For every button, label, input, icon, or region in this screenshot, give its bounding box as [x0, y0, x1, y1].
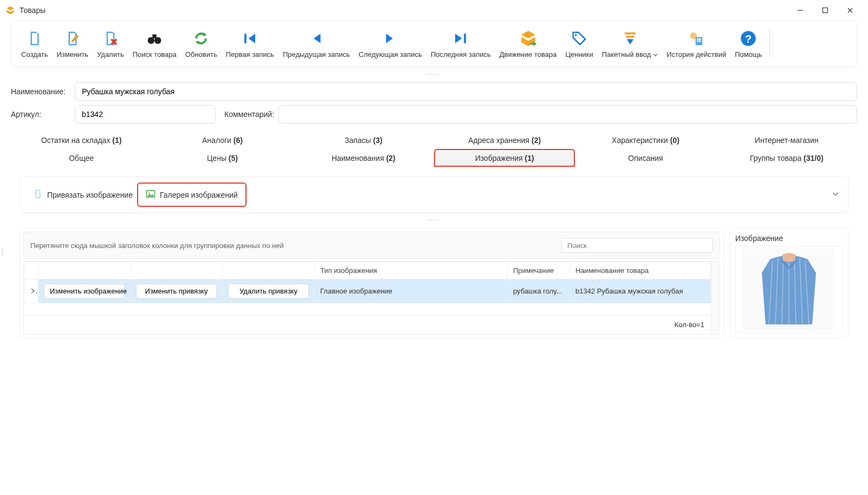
- edit-image-button[interactable]: Изменить изображение: [44, 284, 125, 298]
- splitter-handle[interactable]: .....: [11, 67, 857, 78]
- image-preview-panel: ⋮ Изображение: [729, 228, 848, 338]
- document-edit-icon: [63, 29, 82, 48]
- images-sub-toolbar: Привязать изображение Галерея изображени…: [20, 177, 848, 213]
- col-note[interactable]: Примечание: [508, 262, 570, 279]
- name-label: Наименование:: [11, 87, 70, 96]
- tab-цены[interactable]: Цены (5): [152, 149, 293, 167]
- pricetags-button[interactable]: Ценники: [562, 27, 596, 61]
- history-icon: [686, 29, 706, 48]
- attach-image-button[interactable]: Привязать изображение: [27, 185, 139, 205]
- search-button[interactable]: Поиск товара: [129, 27, 180, 61]
- tool-label: Помощь: [735, 50, 762, 59]
- document-new-icon: [25, 29, 44, 48]
- svg-rect-13: [626, 36, 634, 38]
- image-panel-title: Изображение: [735, 234, 843, 243]
- edit-button[interactable]: Изменить: [53, 27, 92, 61]
- sub-btn-label: Привязать изображение: [47, 191, 133, 199]
- next-icon: [380, 29, 400, 48]
- tab-общее[interactable]: Общее: [11, 149, 152, 167]
- batch-icon: [620, 29, 640, 48]
- name-row: Наименование:: [11, 82, 857, 101]
- tab-наименования[interactable]: Наименования (2): [293, 149, 434, 167]
- first-record-button[interactable]: Первая запись: [223, 27, 277, 61]
- image-gallery-button[interactable]: Галерея изображений: [139, 185, 244, 205]
- article-input[interactable]: [75, 105, 216, 123]
- main-toolbar: Создать Изменить Удалить Поиск товара Об…: [11, 21, 857, 67]
- cell-type: Главное изображение: [315, 279, 508, 303]
- batch-input-button[interactable]: Пакетный ввод: [599, 27, 661, 61]
- prev-icon: [307, 29, 326, 48]
- tab-row-1: Остатки на складах (1)Аналоги (6)Запасы …: [11, 131, 857, 149]
- tool-label: Обновить: [185, 50, 217, 59]
- delete-button[interactable]: Удалить: [94, 27, 127, 61]
- refresh-button[interactable]: Обновить: [182, 27, 221, 61]
- minimize-button[interactable]: [788, 2, 813, 18]
- svg-point-11: [575, 34, 577, 36]
- svg-rect-9: [244, 34, 247, 43]
- window-title: Товары: [20, 6, 788, 15]
- row-expand-icon[interactable]: [24, 279, 38, 303]
- grid-search-input[interactable]: [561, 238, 713, 253]
- tool-label: Последняя запись: [431, 50, 491, 59]
- col-product-name[interactable]: Наименование товара: [570, 262, 711, 279]
- table-header-row: Тип изображения Примечание Наименование …: [24, 262, 711, 279]
- movement-button[interactable]: Движение товара: [496, 27, 560, 61]
- tool-label: Первая запись: [226, 50, 274, 59]
- sub-btn-label: Галерея изображений: [160, 191, 238, 199]
- comment-label: Комментарий:: [224, 110, 274, 119]
- tool-label: Ценники: [565, 50, 593, 59]
- tool-label: Изменить: [56, 50, 88, 59]
- tab-row-2: ОбщееЦены (5)Наименования (2)Изображения…: [11, 149, 857, 167]
- document-delete-icon: [101, 29, 120, 48]
- document-icon: [33, 189, 43, 200]
- tab-остатки-на-складах[interactable]: Остатки на складах (1): [11, 131, 152, 149]
- svg-rect-8: [153, 35, 157, 39]
- group-by-row: Перетяните сюда мышкой заголовок колонки…: [23, 232, 720, 259]
- tab-группы-товара[interactable]: Группы товара (31/0): [716, 149, 857, 167]
- prev-record-button[interactable]: Предыдущая запись: [280, 27, 353, 61]
- tab-интернет-магазин[interactable]: Интернет-магазин: [716, 131, 857, 149]
- help-button[interactable]: ? Помощь: [731, 27, 765, 61]
- maximize-button[interactable]: [813, 2, 838, 18]
- splitter-handle-vertical[interactable]: ⋮: [0, 248, 5, 255]
- tab-описания[interactable]: Описания: [575, 149, 716, 167]
- svg-rect-17: [697, 41, 701, 42]
- images-table: Тип изображения Примечание Наименование …: [23, 261, 720, 335]
- splitter-handle[interactable]: .....: [11, 213, 857, 224]
- close-button[interactable]: [838, 2, 863, 18]
- tab-адреса-хранения[interactable]: Адреса хранения (2): [434, 131, 575, 149]
- table-row[interactable]: Изменить изображениеИзменить привязкуУда…: [24, 279, 711, 303]
- vertical-scrollbar[interactable]: [711, 262, 720, 334]
- next-record-button[interactable]: Следующая запись: [355, 27, 425, 61]
- tool-label: Поиск товара: [133, 50, 177, 59]
- tab-запасы[interactable]: Запасы (3): [293, 131, 434, 149]
- create-button[interactable]: Создать: [18, 27, 51, 61]
- tool-label: Предыдущая запись: [283, 50, 350, 59]
- tool-label: Пакетный ввод: [602, 50, 658, 59]
- cell-product-name: b1342 Рубашка мужская голубая: [570, 279, 711, 303]
- delete-binding-button[interactable]: Удалить привязку: [228, 284, 309, 298]
- svg-text:?: ?: [745, 33, 752, 45]
- comment-input[interactable]: [278, 105, 857, 123]
- grid-footer: Кол-во=1: [24, 315, 711, 334]
- tab-характеристики[interactable]: Характеристики (0): [575, 131, 716, 149]
- group-hint-text: Перетяните сюда мышкой заголовок колонки…: [30, 242, 561, 250]
- article-label: Артикул:: [11, 110, 70, 119]
- edit-binding-button[interactable]: Изменить привязку: [136, 284, 217, 298]
- col-type[interactable]: Тип изображения: [315, 262, 508, 279]
- cell-note: рубашка голу...: [508, 279, 570, 303]
- svg-rect-10: [464, 34, 467, 43]
- expand-chevron-icon[interactable]: [832, 190, 839, 199]
- history-button[interactable]: История действий: [663, 27, 729, 61]
- app-icon: [5, 5, 15, 15]
- name-input[interactable]: [75, 82, 857, 101]
- svg-rect-16: [697, 38, 701, 40]
- last-icon: [451, 29, 470, 48]
- last-record-button[interactable]: Последняя запись: [427, 27, 494, 61]
- image-preview[interactable]: [735, 246, 843, 333]
- tab-изображения[interactable]: Изображения (1): [434, 149, 575, 167]
- help-icon: ?: [739, 29, 758, 48]
- tab-аналоги[interactable]: Аналоги (6): [152, 131, 293, 149]
- tool-label: Создать: [21, 50, 48, 59]
- images-grid-panel: Перетяните сюда мышкой заголовок колонки…: [20, 228, 724, 338]
